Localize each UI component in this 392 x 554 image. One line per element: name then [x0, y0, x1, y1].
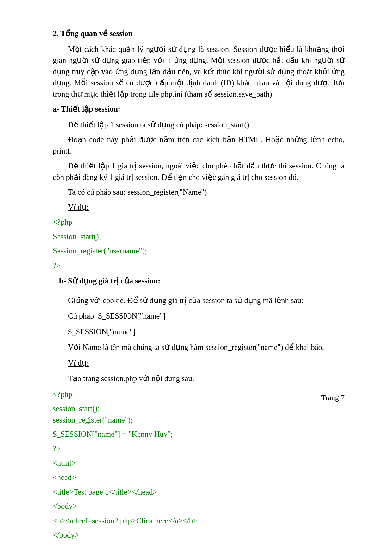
code2-line: </body> — [53, 529, 345, 541]
code2-line: <head> — [53, 472, 345, 483]
code2-line: <title>Test page 1</title></head> — [53, 486, 345, 498]
code1-line: Session_register("username"); — [53, 245, 345, 257]
a-paragraph-3: Để thiết lập 1 giá trị session, ngoài vi… — [53, 160, 345, 183]
code2-line: <?php — [53, 389, 345, 400]
b-paragraph-5: Tạo trang session.php với nội dung sau: — [68, 373, 345, 384]
b-paragraph-4: Với Name là tên mà chúng ta sử dụng hàm … — [68, 342, 345, 353]
code2-line: session_register("name"); — [53, 414, 345, 426]
code2-line: <html> — [53, 457, 345, 469]
b-paragraph-2: Cú pháp: $_SESSION["name"] — [68, 310, 345, 322]
section-title: 2. Tổng quan về session — [53, 28, 345, 39]
document-page: 2. Tổng quan về session Một cách khác qu… — [0, 0, 392, 554]
b-paragraph-1: Giống với cookie. Để sử dụng giá trị của… — [68, 295, 345, 306]
intro-paragraph: Một cách khác quản lý người sử dụng là s… — [53, 44, 345, 100]
code1-line: <?php — [53, 216, 345, 228]
b-paragraph-3: $_SESSION["name"] — [68, 326, 345, 338]
code-block-2: <?php session_start(); session_register(… — [53, 389, 345, 541]
code2-line: <b><a href=session2.php>Click here</a></… — [53, 515, 345, 527]
example-label-2: Ví dụ: — [68, 357, 345, 369]
content-area: 2. Tổng quan về session Một cách khác qu… — [53, 28, 345, 541]
code2-line: $_SESSION["name"] = "Kenny Huy"; — [53, 429, 345, 440]
example-label-1: Ví dụ: — [68, 202, 345, 213]
code2-line: ?> — [53, 443, 345, 454]
code1-line: ?> — [53, 260, 345, 271]
a-paragraph-4: Ta có cú pháp sau: session_register("Nam… — [53, 186, 345, 198]
a-paragraph-1: Để thiết lập 1 session ta sử dụng cú phá… — [53, 119, 345, 131]
code2-line: <body> — [53, 501, 345, 512]
example-label-2-text: Ví dụ: — [68, 359, 89, 367]
code1-line: Session_start(); — [53, 231, 345, 242]
subsection-b-body: Giống với cookie. Để sử dụng giá trị của… — [68, 295, 345, 384]
subsection-a-title: a- Thiết lập session: — [53, 103, 345, 115]
code-block-1: <?php Session_start(); Session_register(… — [53, 216, 345, 271]
code2-line: session_start(); — [53, 403, 345, 414]
example-label-1-text: Ví dụ: — [68, 203, 89, 211]
subsection-b-title: b- Sử dụng giá trị của session: — [59, 275, 345, 287]
a-paragraph-2: Đoạn code này phải được nằm trên các kịc… — [53, 134, 345, 156]
page-number: Trang 7 — [321, 393, 345, 402]
code2-tight-group: session_start(); session_register("name"… — [53, 403, 345, 425]
